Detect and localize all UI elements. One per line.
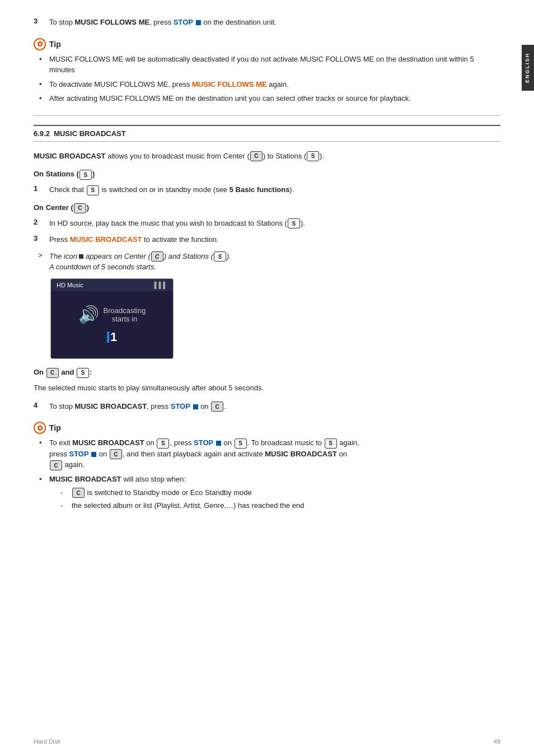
tip-bullet-1: MUSIC FOLLOWS ME will be automatically d… <box>49 54 500 76</box>
step3-bold: MUSIC FOLLOWS ME <box>75 18 150 26</box>
tip2-bullet-2: MUSIC BROADCAST will also stop when: C i… <box>49 474 304 514</box>
tip-item-2: To deactivate MUSIC FOLLOWS ME, press MU… <box>39 79 500 90</box>
tip-label-2: Tip <box>49 423 61 432</box>
tip-icon-1: ✿ <box>34 38 46 50</box>
page: ENGLISH 3 To stop MUSIC FOLLOWS ME, pres… <box>0 0 534 756</box>
step3-content: To stop MUSIC FOLLOWS ME, press STOP on … <box>49 17 500 28</box>
tip2-dash-list: C is switched to Standby mode or Eco Sta… <box>49 487 304 511</box>
countdown-bar-icon <box>107 332 109 343</box>
step4-item: 4 To stop MUSIC BROADCAST, press STOP on… <box>34 401 500 412</box>
screenshot-icon-bar: ▌▌▌ <box>154 282 167 288</box>
station-icon-cs: S <box>77 368 89 378</box>
screenshot-titlebar: HD Music ▌▌▌ <box>51 279 173 291</box>
on-c-and-s-heading: On C and S: <box>34 368 500 378</box>
side-tab: ENGLISH <box>522 45 534 91</box>
broadcast-step3-content: Press MUSIC BROADCAST to activate the fu… <box>49 234 500 245</box>
screenshot-body: 🔊 Broadcasting starts in 1 <box>51 291 173 358</box>
step3-number: 3 <box>34 17 49 25</box>
tip2-stop2: STOP <box>69 450 88 458</box>
section-692-header: 6.9.2 MUSIC BROADCAST <box>34 125 500 142</box>
tip2-item-1: To exit MUSIC BROADCAST on S, press STOP… <box>39 437 500 470</box>
tip2-dash-2-text: the selected album or list (Playlist, Ar… <box>72 500 304 511</box>
broadcast-line1: Broadcasting <box>104 306 146 315</box>
tip2-stop-sq1 <box>216 441 221 446</box>
speaker-icon: 🔊 <box>78 305 99 324</box>
step1-content: Check that S is switched on or in standb… <box>49 184 500 195</box>
center-icon-arrow: C <box>151 251 163 262</box>
step4-content: To stop MUSIC BROADCAST, press STOP on C… <box>49 401 500 412</box>
tip-list-2: To exit MUSIC BROADCAST on S, press STOP… <box>34 437 500 513</box>
step1-number: 1 <box>34 184 49 193</box>
center-icon-dash1: C <box>72 488 85 498</box>
center-icon-sq <box>79 254 83 259</box>
music-broadcast-link: MUSIC BROADCAST <box>70 235 142 244</box>
center-step2: 2 In HD source, play back the music that… <box>34 218 500 229</box>
countdown-number: 1 <box>110 330 117 344</box>
intro-step3: 3 To stop MUSIC FOLLOWS ME, press STOP o… <box>34 17 500 28</box>
broadcast-step3: 3 Press MUSIC BROADCAST to activate the … <box>34 234 500 245</box>
tip2-c1: C <box>110 449 122 459</box>
tip2-mb1: MUSIC BROADCAST <box>72 438 144 447</box>
step4-stop-icon <box>193 404 198 409</box>
countdown-display: 1 <box>107 330 117 344</box>
center-icon-cs: C <box>46 368 59 378</box>
tip2-stop1: STOP <box>194 438 213 447</box>
station-icon-step1: S <box>87 185 99 195</box>
music-broadcast-bold: MUSIC BROADCAST <box>34 152 106 160</box>
step2-content: In HD source, play back the music that y… <box>49 218 500 229</box>
station-icon-arrow: S <box>214 251 226 262</box>
tip2-dash-2: the selected album or list (Playlist, Ar… <box>60 500 304 511</box>
center-icon-heading: C <box>74 203 86 213</box>
step4-number: 4 <box>34 401 49 409</box>
tip2-stop-sq2 <box>91 452 96 457</box>
screenshot-bar-icon: ▌▌▌ <box>154 282 167 288</box>
broadcast-info: Broadcasting starts in <box>104 306 146 323</box>
tip2-dash-1-text: C is switched to Standby mode or Eco Sta… <box>72 487 252 498</box>
broadcast-step3-number: 3 <box>34 234 49 242</box>
arrow-symbol: > <box>38 251 49 259</box>
tip-item-3: After activating MUSIC FOLLOWS ME on the… <box>39 93 500 104</box>
station-icon-heading: S <box>79 170 92 180</box>
section-divider <box>34 115 500 116</box>
arrow-item-1: > The icon appears on Center (C) and Sta… <box>34 251 500 273</box>
basic-functions-ref: 5 Basic functions <box>229 185 290 194</box>
arrow-content-1: The icon appears on Center (C) and Stati… <box>49 251 500 273</box>
tip2-mb3: MUSIC BROADCAST <box>49 475 121 483</box>
screenshot-box: HD Music ▌▌▌ 🔊 Broadcasting starts in 1 <box>50 278 174 359</box>
tip2-s3: S <box>325 438 337 449</box>
tip-icon-2: ✿ <box>34 422 46 434</box>
music-follows-me-link: MUSIC FOLLOWS ME <box>192 80 267 88</box>
footer-right: 49 <box>494 738 500 745</box>
step2-number: 2 <box>34 218 49 226</box>
tip-bullet-3: After activating MUSIC FOLLOWS ME on the… <box>49 93 411 104</box>
tip2-c2: C <box>50 460 62 470</box>
step3-stop: STOP <box>174 18 193 26</box>
broadcast-line2: starts in <box>104 315 146 323</box>
stations-step1: 1 Check that S is switched on or in stan… <box>34 184 500 195</box>
center-icon-step4: C <box>211 402 223 412</box>
tip-header-2: ✿ Tip <box>34 422 500 434</box>
tip-section-2: ✿ Tip To exit MUSIC BROADCAST on S, pres… <box>34 422 500 513</box>
step4-bold: MUSIC BROADCAST <box>75 402 147 410</box>
station-icon-intro: S <box>307 151 319 161</box>
screenshot-title: HD Music <box>57 282 83 288</box>
tip2-s2: S <box>235 438 247 449</box>
tip-list-1: MUSIC FOLLOWS ME will be automatically d… <box>34 54 500 104</box>
screenshot-content: 🔊 Broadcasting starts in <box>78 305 146 324</box>
tip2-dash-1: C is switched to Standby mode or Eco Sta… <box>60 487 304 498</box>
step4-stop: STOP <box>171 402 190 410</box>
tip2-item-2: MUSIC BROADCAST will also stop when: C i… <box>39 474 500 514</box>
tip2-s1: S <box>157 438 169 449</box>
section-692-title: 6.9.2 MUSIC BROADCAST <box>34 129 126 138</box>
on-stations-heading: On Stations (S) <box>34 170 500 180</box>
footer-left: Hard Disk <box>34 738 60 745</box>
tip-header-1: ✿ Tip <box>34 38 500 50</box>
tip2-bullet-1: To exit MUSIC BROADCAST on S, press STOP… <box>49 437 359 470</box>
tip-bullet-2: To deactivate MUSIC FOLLOWS ME, press MU… <box>49 79 289 90</box>
tip-section-1: ✿ Tip MUSIC FOLLOWS ME will be automatic… <box>34 38 500 104</box>
tip2-mb2: MUSIC BROADCAST <box>265 450 337 458</box>
on-c-and-s-body: The selected music starts to play simult… <box>34 382 500 394</box>
section-692-intro: MUSIC BROADCAST allows you to broadcast … <box>34 151 500 162</box>
footer: Hard Disk 49 <box>34 738 500 745</box>
on-center-heading: On Center (C) <box>34 203 500 213</box>
